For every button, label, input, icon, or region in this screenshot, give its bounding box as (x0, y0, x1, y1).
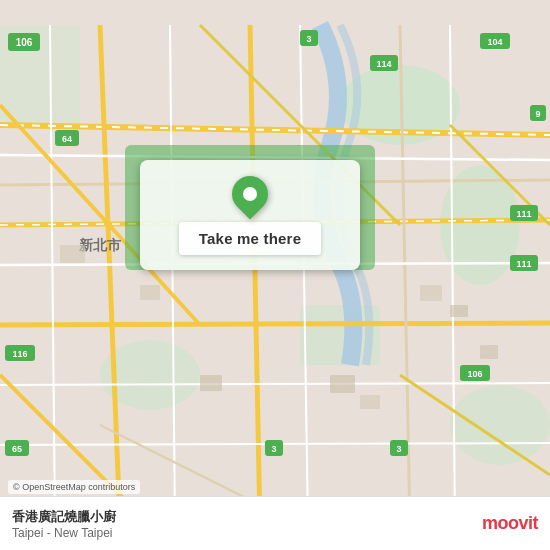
map-pin-icon (225, 168, 276, 219)
svg-rect-61 (330, 375, 355, 393)
svg-rect-63 (200, 375, 222, 391)
svg-text:3: 3 (271, 444, 276, 454)
svg-text:9: 9 (535, 109, 540, 119)
take-me-button[interactable]: Take me there (179, 222, 321, 255)
location-name: 香港廣記燒臘小廚 (12, 508, 116, 526)
svg-rect-58 (140, 285, 160, 300)
svg-point-6 (450, 385, 550, 465)
svg-text:64: 64 (62, 134, 72, 144)
svg-text:111: 111 (516, 259, 531, 269)
svg-text:65: 65 (12, 444, 22, 454)
svg-rect-62 (360, 395, 380, 409)
moovit-text: moovit (482, 513, 538, 534)
location-info: 香港廣記燒臘小廚 Taipei - New Taipei (12, 508, 116, 540)
svg-text:106: 106 (467, 369, 482, 379)
svg-text:116: 116 (12, 349, 27, 359)
svg-text:3: 3 (306, 34, 311, 44)
svg-rect-64 (480, 345, 498, 359)
bottom-bar: 香港廣記燒臘小廚 Taipei - New Taipei moovit (0, 496, 550, 550)
svg-line-11 (0, 323, 550, 325)
svg-text:104: 104 (487, 37, 502, 47)
map-svg: 106 64 3 114 104 9 111 111 116 65 3 (0, 0, 550, 550)
take-me-panel: Take me there (140, 160, 360, 270)
svg-text:3: 3 (396, 444, 401, 454)
location-city: Taipei - New Taipei (12, 526, 116, 540)
svg-text:新北市: 新北市 (79, 237, 122, 253)
svg-text:106: 106 (16, 37, 33, 48)
svg-text:114: 114 (376, 59, 391, 69)
svg-text:111: 111 (516, 209, 531, 219)
attribution-text: © OpenStreetMap contributors (13, 482, 135, 492)
svg-rect-60 (450, 305, 468, 317)
moovit-logo: moovit (482, 513, 538, 534)
svg-rect-59 (420, 285, 442, 301)
map-container: 106 64 3 114 104 9 111 111 116 65 3 (0, 0, 550, 550)
svg-rect-57 (60, 245, 85, 263)
osm-attribution: © OpenStreetMap contributors (8, 480, 140, 494)
